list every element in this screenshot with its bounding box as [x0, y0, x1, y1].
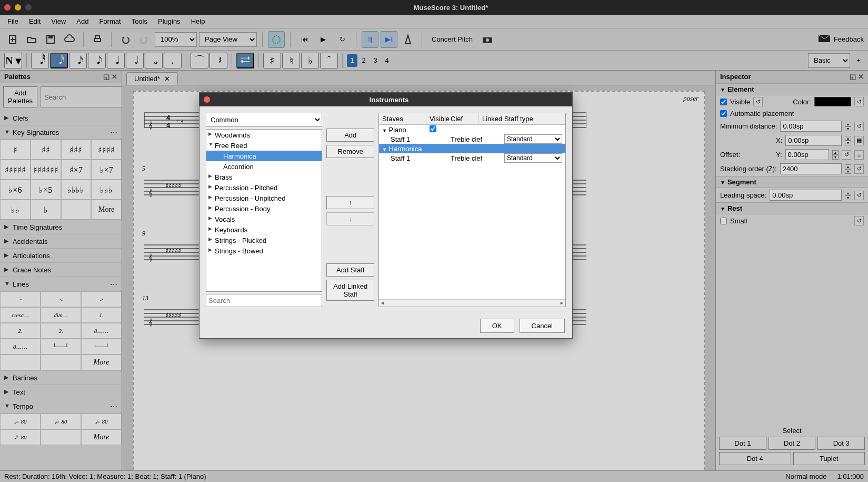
- table-row[interactable]: ▼ Piano: [379, 125, 565, 134]
- tree-category[interactable]: ▶Brass: [206, 172, 322, 182]
- caret-right-icon: ▶: [208, 131, 212, 136]
- caret-down-icon: ▼: [208, 142, 213, 147]
- tree-category[interactable]: ▶Percussion - Body: [206, 203, 322, 214]
- dialog-close-icon[interactable]: [204, 96, 210, 103]
- table-row[interactable]: Staff 1 Treble clef Standard: [379, 153, 565, 163]
- horizontal-scrollbar[interactable]: [379, 299, 565, 307]
- tree-category[interactable]: ▶Percussion - Unpitched: [206, 193, 322, 203]
- caret-right-icon: ▶: [208, 184, 212, 189]
- dialog-titlebar: Instruments: [199, 93, 572, 106]
- expand-icon[interactable]: ▼: [382, 128, 387, 133]
- tree-category[interactable]: ▼Free Reed: [206, 140, 322, 151]
- caret-right-icon: ▶: [208, 205, 212, 210]
- instrument-tree[interactable]: ▶Woodwinds ▼Free Reed Harmonica Accordio…: [206, 129, 322, 292]
- expand-icon[interactable]: ▼: [382, 147, 387, 152]
- ok-button[interactable]: OK: [480, 319, 514, 333]
- move-down-button[interactable]: ↓: [326, 212, 374, 225]
- caret-right-icon: ▶: [208, 173, 212, 179]
- tree-category[interactable]: ▶Woodwinds: [206, 130, 322, 140]
- staves-table: Staves Visible Clef Linked Staff type ▼ …: [378, 113, 566, 307]
- remove-instrument-button[interactable]: Remove: [326, 145, 374, 158]
- caret-right-icon: ▶: [208, 237, 212, 242]
- col-staves: Staves: [379, 113, 426, 124]
- table-row[interactable]: ▼ Harmonica: [379, 144, 565, 153]
- add-instrument-button[interactable]: Add: [326, 129, 374, 142]
- col-linked: Linked: [479, 113, 501, 124]
- add-linked-staff-button[interactable]: Add Linked Staff: [326, 280, 374, 301]
- col-staff-type: Staff type: [501, 113, 565, 124]
- instrument-category-select[interactable]: Common: [206, 113, 322, 127]
- caret-right-icon: ▶: [208, 215, 212, 221]
- col-visible: Visible: [426, 113, 447, 124]
- table-header: Staves Visible Clef Linked Staff type: [379, 113, 565, 125]
- tree-instrument-harmonica[interactable]: Harmonica: [206, 151, 322, 161]
- add-staff-button[interactable]: Add Staff: [326, 263, 374, 277]
- dialog-title: Instruments: [210, 96, 568, 104]
- tree-instrument-accordion[interactable]: Accordion: [206, 161, 322, 172]
- caret-right-icon: ▶: [208, 194, 212, 200]
- tree-category[interactable]: ▶Keyboards: [206, 224, 322, 235]
- instruments-dialog: Instruments Common ▶Woodwinds ▼Free Reed…: [199, 92, 573, 339]
- staff-type-select[interactable]: Standard: [504, 134, 562, 144]
- caret-right-icon: ▶: [208, 247, 212, 252]
- caret-right-icon: ▶: [208, 226, 212, 231]
- tree-category[interactable]: ▶Strings - Plucked: [206, 235, 322, 245]
- tree-category[interactable]: ▶Strings - Bowed: [206, 245, 322, 256]
- staff-type-select[interactable]: Standard: [504, 153, 562, 163]
- table-row[interactable]: Staff 1 Treble clef Standard: [379, 134, 565, 144]
- tree-category[interactable]: ▶Percussion - Pitched: [206, 182, 322, 193]
- col-clef: Clef: [447, 113, 479, 124]
- move-up-button[interactable]: ↑: [326, 196, 374, 209]
- tree-category[interactable]: ▶Vocals: [206, 214, 322, 224]
- cancel-button[interactable]: Cancel: [520, 319, 565, 333]
- visible-checkbox[interactable]: [430, 125, 436, 132]
- instrument-search-input[interactable]: [206, 294, 322, 307]
